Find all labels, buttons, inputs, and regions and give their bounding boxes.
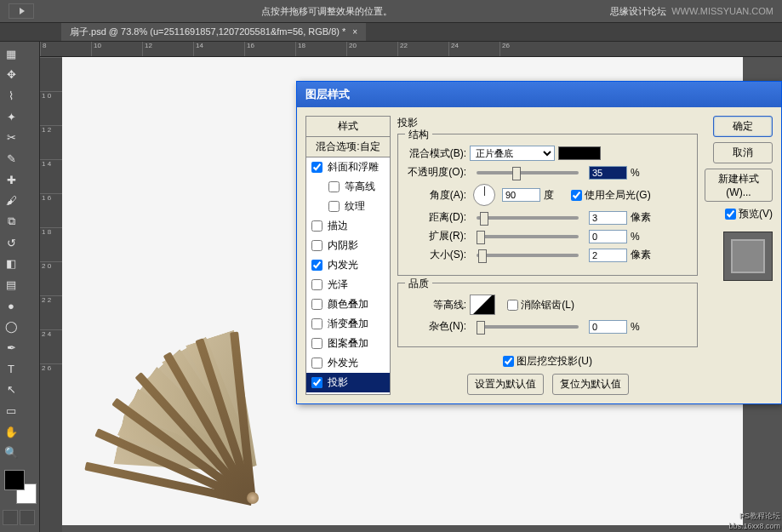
stamp-tool[interactable]: ⧉ [3, 213, 20, 230]
global-light-checkbox[interactable] [571, 190, 582, 201]
style-outer-glow[interactable]: 外发光 [306, 353, 390, 373]
noise-input[interactable] [589, 320, 627, 334]
size-input[interactable] [589, 249, 627, 262]
document-tab-title: 扇子.psd @ 73.8% (u=2511691857,1207205581&… [70, 26, 345, 38]
blend-mode-label: 混合模式(B): [407, 146, 466, 161]
type-tool[interactable]: T [3, 360, 20, 377]
pen-tool[interactable]: ✒ [3, 339, 20, 356]
eyedropper-tool[interactable]: ✎ [3, 150, 20, 167]
style-texture[interactable]: 纹理 [306, 197, 390, 216]
options-bar-hint: 点按并拖移可调整效果的位置。 [43, 5, 610, 18]
blend-mode-select[interactable]: 正片叠底 [470, 146, 555, 161]
style-contour[interactable]: 等高线 [306, 177, 390, 197]
layer-style-dialog: 图层样式 样式 混合选项:自定 斜面和浮雕 等高线 纹理 描边 内阴影 内发光 … [296, 81, 782, 404]
quickmask-mode[interactable] [20, 510, 35, 525]
size-label: 大小(S): [407, 248, 466, 262]
style-list: 样式 混合选项:自定 斜面和浮雕 等高线 纹理 描边 内阴影 内发光 光泽 颜色… [305, 116, 391, 395]
blur-tool[interactable]: ● [3, 297, 20, 314]
distance-label: 距离(D): [407, 210, 466, 225]
style-pattern-overlay[interactable]: 图案叠加 [306, 334, 390, 353]
ruler-vertical: 1 01 21 41 61 82 02 22 42 6 [40, 57, 62, 532]
reset-default-button[interactable]: 复位为默认值 [552, 374, 629, 395]
angle-input[interactable] [502, 188, 540, 202]
standard-mode[interactable] [3, 510, 18, 525]
noise-label: 杂色(N): [407, 319, 466, 334]
wand-tool[interactable]: ✦ [3, 108, 20, 125]
move-tool-indicator [9, 3, 34, 19]
quality-legend: 品质 [405, 277, 432, 291]
distance-input[interactable] [589, 211, 627, 225]
angle-control[interactable] [473, 184, 495, 206]
style-inner-shadow[interactable]: 内阴影 [306, 236, 390, 255]
ruler-horizontal: 8101214161820222426 [40, 42, 782, 57]
foreground-color[interactable] [4, 470, 25, 490]
crop-tool[interactable]: ✂ [3, 129, 20, 146]
heal-tool[interactable]: ✚ [3, 171, 20, 188]
make-default-button[interactable]: 设置为默认值 [467, 374, 544, 395]
contour-label: 等高线: [407, 298, 466, 312]
opacity-slider[interactable] [477, 171, 579, 174]
brush-tool[interactable]: 🖌 [3, 192, 20, 209]
panel-title: 投影 [397, 116, 698, 130]
close-icon[interactable]: × [352, 27, 357, 37]
noise-slider[interactable] [477, 325, 579, 329]
lasso-tool[interactable]: ⌇ [3, 87, 20, 104]
dialog-title: 图层样式 [297, 82, 781, 107]
new-style-button[interactable]: 新建样式(W)... [705, 169, 773, 202]
preview-checkbox[interactable] [725, 209, 736, 220]
contour-swatch[interactable] [470, 295, 495, 315]
blending-options[interactable]: 混合选项:自定 [306, 137, 390, 157]
style-gradient-overlay[interactable]: 渐变叠加 [306, 314, 390, 334]
move-tool[interactable]: ✥ [3, 66, 20, 83]
brand-left: 思缘设计论坛 [610, 5, 666, 18]
ok-button[interactable]: 确定 [713, 116, 773, 137]
eraser-tool[interactable]: ◧ [3, 255, 20, 272]
watermark: PS教程论坛 bbs.16xx8.com [728, 511, 780, 530]
angle-label: 角度(A): [407, 188, 466, 203]
style-bevel[interactable]: 斜面和浮雕 [306, 157, 390, 177]
shadow-color-chip[interactable] [558, 146, 601, 160]
spread-label: 扩展(R): [407, 229, 466, 243]
style-satin[interactable]: 光泽 [306, 275, 390, 295]
antialias-checkbox[interactable] [507, 300, 518, 311]
style-drop-shadow[interactable]: 投影 [306, 373, 390, 392]
gradient-tool[interactable]: ▤ [3, 276, 20, 293]
style-stroke[interactable]: 描边 [306, 216, 390, 236]
spread-slider[interactable] [477, 235, 579, 238]
distance-slider[interactable] [477, 216, 579, 220]
knockout-checkbox[interactable] [503, 356, 514, 367]
color-swatches[interactable] [4, 470, 37, 504]
styles-header[interactable]: 样式 [306, 117, 390, 137]
toolbox: ▦ ✥ ⌇ ✦ ✂ ✎ ✚ 🖌 ⧉ ↺ ◧ ▤ ● ◯ ✒ T ↖ ▭ ✋ 🔍 [0, 42, 40, 532]
size-slider[interactable] [477, 254, 579, 257]
history-brush-tool[interactable]: ↺ [3, 234, 20, 251]
opacity-input[interactable] [589, 166, 627, 180]
shape-tool[interactable]: ▭ [3, 402, 20, 419]
hand-tool[interactable]: ✋ [3, 423, 20, 440]
panel-drop-shadow: 投影 结构 混合模式(B): 正片叠底 不透明度(O): % 角度(A): [397, 116, 698, 395]
path-tool[interactable]: ↖ [3, 381, 20, 398]
style-color-overlay[interactable]: 颜色叠加 [306, 295, 390, 314]
opacity-label: 不透明度(O): [407, 165, 466, 180]
preview-thumbnail [723, 232, 773, 281]
cancel-button[interactable]: 取消 [713, 142, 773, 163]
dodge-tool[interactable]: ◯ [3, 318, 20, 335]
brand-right: WWW.MISSYUAN.COM [671, 6, 773, 16]
zoom-tool[interactable]: 🔍 [3, 444, 20, 461]
style-inner-glow[interactable]: 内发光 [306, 255, 390, 275]
marquee-tool[interactable]: ▦ [3, 45, 20, 62]
spread-input[interactable] [589, 230, 627, 243]
structure-legend: 结构 [405, 128, 432, 142]
document-tab[interactable]: 扇子.psd @ 73.8% (u=2511691857,1207205581&… [61, 23, 366, 41]
